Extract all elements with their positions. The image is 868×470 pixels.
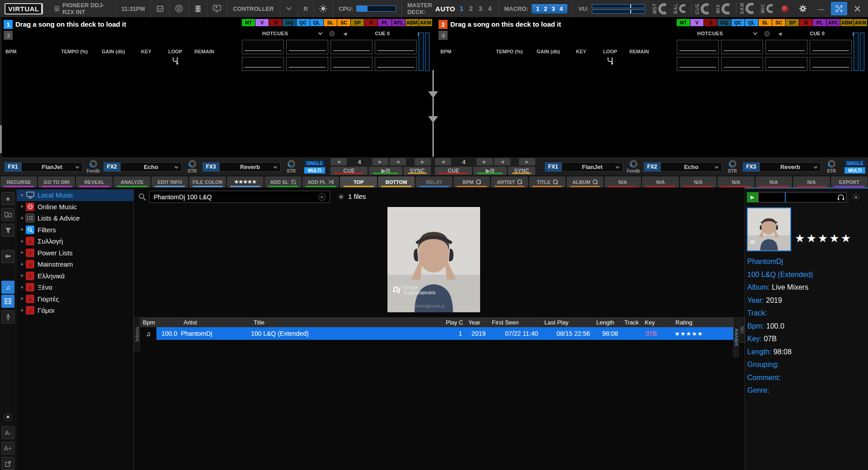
- badge-r[interactable]: R: [364, 19, 377, 26]
- clear-search-icon[interactable]: ✕: [318, 193, 326, 201]
- record-mode-button[interactable]: R: [298, 0, 314, 18]
- sidebar-item-gamoi[interactable]: + ♪ Γάμοι: [17, 305, 133, 316]
- badge-sc[interactable]: SC: [772, 19, 785, 26]
- sync-button[interactable]: SYNC: [508, 167, 535, 175]
- hotcue-slot[interactable]: [330, 57, 373, 71]
- mic-volume-knob[interactable]: [766, 4, 775, 13]
- search-options-toggle[interactable]: [338, 194, 344, 200]
- table-row[interactable]: ♫ 100.0 PhantomDj 100 L&Q (Extended) 1 2…: [140, 327, 738, 340]
- column-header-last-play[interactable]: Last Play: [542, 317, 594, 327]
- badge-sp[interactable]: SP: [351, 19, 364, 26]
- sidebar-item-filters[interactable]: + Filters: [17, 224, 133, 236]
- edit-info-button[interactable]: EDIT INFO: [151, 176, 188, 188]
- hotcue-slot[interactable]: [677, 40, 719, 54]
- search-input[interactable]: [149, 191, 330, 203]
- audio-device-button[interactable]: PIONEER DDJ-RZX INT: [49, 0, 116, 18]
- export-button[interactable]: EXPORT: [831, 176, 868, 188]
- sidebar-item-giortes[interactable]: + ♪ Γιορτές: [17, 293, 133, 305]
- expander-icon[interactable]: +: [19, 215, 25, 221]
- record-indicator[interactable]: [782, 5, 788, 12]
- na-button-6[interactable]: N/A: [793, 176, 830, 188]
- expander-icon[interactable]: +: [19, 238, 25, 244]
- badge-ql[interactable]: QL: [310, 19, 323, 26]
- info-rating-stars[interactable]: ★★★★★: [795, 232, 852, 245]
- deck-1-number-badge[interactable]: 1: [4, 20, 13, 29]
- hotcue-slot[interactable]: [242, 57, 284, 71]
- expander-icon[interactable]: +: [19, 203, 25, 210]
- hotcue-slot[interactable]: [375, 40, 417, 54]
- badge-abm[interactable]: ABM: [840, 19, 854, 26]
- column-header-bpm[interactable]: Bpm: [140, 317, 181, 327]
- cue-mix-knob[interactable]: [722, 3, 733, 14]
- sort-title-button[interactable]: TITLE: [529, 176, 566, 188]
- badge-sc[interactable]: SC: [337, 19, 350, 26]
- hotcue-record-icon[interactable]: [764, 31, 770, 37]
- master-deck-2[interactable]: 2: [468, 5, 474, 12]
- master-volume-knob[interactable]: [658, 3, 670, 14]
- expander-icon[interactable]: +: [19, 249, 25, 256]
- music-library-button[interactable]: ♫: [1, 281, 14, 294]
- add-sidelist-button[interactable]: ADD SL: [264, 176, 301, 188]
- info-title[interactable]: 100 L&Q (Extended): [747, 268, 866, 282]
- relay-button[interactable]: RELAY: [415, 176, 452, 188]
- fx-single-button[interactable]: SINGLE: [304, 160, 325, 166]
- fx1-knob[interactable]: [630, 160, 637, 168]
- column-header-rating[interactable]: Rating: [673, 317, 738, 327]
- expander-icon[interactable]: +: [19, 284, 25, 291]
- maximize-button[interactable]: [831, 2, 847, 15]
- badge-sl[interactable]: SL: [759, 19, 772, 26]
- prelisten-play-button[interactable]: ▶: [747, 192, 758, 202]
- file-color-button[interactable]: FILE COLOR: [189, 176, 226, 188]
- expander-icon[interactable]: +: [19, 226, 25, 233]
- badge-v[interactable]: V: [690, 19, 703, 26]
- loop-double-button[interactable]: ▶: [372, 158, 388, 165]
- column-header-title[interactable]: Title: [251, 317, 443, 327]
- badge-apl[interactable]: APL: [392, 19, 405, 26]
- calendar-button[interactable]: [151, 0, 170, 18]
- sidebar-item-xena[interactable]: + ♪ Ξένα: [17, 282, 133, 293]
- badge-pl[interactable]: PL: [813, 19, 826, 26]
- column-header-first-seen[interactable]: First Seen: [489, 317, 542, 327]
- badge-s[interactable]: S: [269, 19, 282, 26]
- hotcue-slot[interactable]: [810, 57, 852, 71]
- fx1-select[interactable]: FlanJet: [21, 162, 83, 172]
- master-deck-auto[interactable]: AUTO: [435, 5, 455, 13]
- master-deck-4[interactable]: 4: [486, 5, 493, 12]
- badge-sl[interactable]: SL: [324, 19, 337, 26]
- loop-double-button[interactable]: ▶: [476, 158, 493, 165]
- remote-screen-button[interactable]: [208, 0, 227, 18]
- video-library-button[interactable]: [1, 295, 14, 308]
- loop-icon[interactable]: [606, 56, 615, 66]
- hotcue-slot[interactable]: [810, 40, 852, 54]
- brightness-button[interactable]: [314, 0, 333, 18]
- deck-4-number-badge[interactable]: 4: [439, 31, 448, 40]
- move-back-button[interactable]: ◀: [390, 158, 406, 165]
- fx3-knob[interactable]: [288, 160, 295, 168]
- master-deck-3[interactable]: 3: [477, 5, 484, 12]
- minimize-button[interactable]: —: [813, 2, 829, 15]
- add-playlist-button[interactable]: ADD PL: [302, 176, 339, 188]
- controller-dropdown[interactable]: [280, 0, 298, 18]
- hotcue-slot[interactable]: [286, 57, 328, 71]
- bottom-button[interactable]: BOTTOM: [378, 176, 415, 188]
- database-button[interactable]: [189, 0, 208, 18]
- plug-button[interactable]: [170, 0, 189, 18]
- na-button-4[interactable]: N/A: [717, 176, 754, 188]
- badge-r[interactable]: R: [799, 19, 812, 26]
- badge-qc[interactable]: QC: [731, 19, 745, 26]
- fx2-select[interactable]: Echo: [660, 162, 722, 172]
- cue-prev-arrow[interactable]: ◀: [778, 31, 782, 36]
- reveal-button[interactable]: REVEAL: [76, 176, 113, 188]
- badge-akm[interactable]: AKM: [854, 19, 867, 26]
- badge-ql[interactable]: QL: [745, 19, 758, 26]
- add-folder-button[interactable]: [1, 208, 14, 221]
- badge-v[interactable]: V: [255, 19, 269, 26]
- badge-mt[interactable]: MT: [677, 19, 690, 26]
- hotcue-record-icon[interactable]: [329, 31, 335, 37]
- fx3-select[interactable]: Reverb: [219, 162, 281, 172]
- controller-label[interactable]: CONTROLLER: [227, 0, 281, 18]
- badge-gq[interactable]: GQ: [717, 19, 731, 26]
- hotcue-slot[interactable]: [330, 40, 373, 54]
- chevron-down-icon[interactable]: [753, 31, 758, 35]
- hotcue-slot[interactable]: [677, 57, 719, 71]
